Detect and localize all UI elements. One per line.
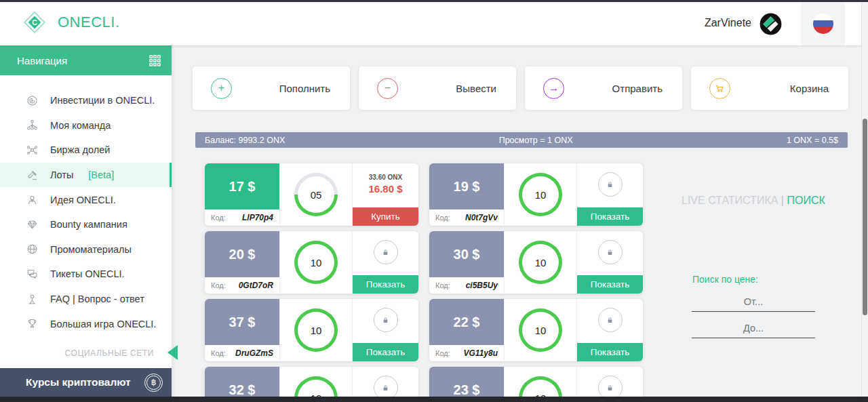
sidebar-item-label: Моя команда xyxy=(50,120,111,131)
lot-progress-section: 10 xyxy=(504,231,577,294)
lot-code-label: Код: xyxy=(435,214,450,222)
lot-count: 05 xyxy=(298,176,334,213)
tab-search[interactable]: ПОИСК xyxy=(787,195,825,206)
sidebar-item-label: FAQ | Вопрос - ответ xyxy=(50,294,144,304)
username: ZarVinete xyxy=(705,17,751,29)
price-from-field xyxy=(692,294,815,312)
brand[interactable]: C ONECLI. xyxy=(20,8,120,37)
sidebar-item-person[interactable]: FAQ | Вопрос - ответ xyxy=(0,287,172,312)
sidebar-item-team[interactable]: Моя команда xyxy=(0,113,172,138)
tab-separator: | xyxy=(781,195,784,206)
lot-code-label: Код: xyxy=(435,281,450,289)
arrow-right-icon: → xyxy=(543,78,564,99)
lot-price-section: 30 $ Код: ci5B5Uy xyxy=(429,231,504,294)
price-search-label: Поиск по цене: xyxy=(692,274,758,285)
sidebar-item-coin[interactable]: Инвестиции в ONECLI. xyxy=(0,88,172,113)
sidebar-item-label: Лоты xyxy=(50,169,73,180)
sidebar-item-gavel[interactable]: Лоты [Beta] xyxy=(0,163,172,188)
social-networks-arrow-icon[interactable] xyxy=(167,345,178,360)
lot-progress-ring: 10 xyxy=(294,241,338,284)
nav-title: Навигация xyxy=(17,55,67,66)
header: C ONECLI. ZarVinete xyxy=(0,2,868,45)
sidebar-item-network[interactable]: Биржа долей xyxy=(0,138,172,163)
trophy-icon xyxy=(25,317,39,331)
lot-code-row: Код: LlP70p4 xyxy=(205,209,279,226)
lot-code-row: Код: N0t7gVv xyxy=(429,209,504,226)
view-rate: Просмотр = 1 ONX xyxy=(499,136,573,145)
lot-count: 10 xyxy=(298,244,334,281)
lot-price-section: 20 $ Код: 0GtD7oR xyxy=(205,231,279,294)
idea-icon xyxy=(25,193,39,207)
action-button-minus[interactable]: − Вывести xyxy=(359,66,516,110)
grid-menu-icon[interactable] xyxy=(149,55,161,66)
action-label: Вывести xyxy=(456,83,496,94)
lot-progress-section: 10 xyxy=(279,231,353,294)
lot-card: 22 $ Код: VG11y8u 10 Показать xyxy=(429,299,643,361)
lot-price-section: 37 $ Код: DruGZmS xyxy=(205,299,279,361)
actions-row: + Пополнить − Вывести → Отправить Корзин… xyxy=(193,66,848,110)
price-to-field xyxy=(692,320,815,338)
lot-progress-ring: 10 xyxy=(519,308,562,352)
russian-flag-icon xyxy=(813,14,833,34)
lot-card: 30 $ Код: ci5B5Uy 10 Показать xyxy=(429,231,643,294)
lot-progress-ring: 10 xyxy=(294,308,338,352)
social-networks-label: СОЦИАЛЬНЫЕ СЕТИ xyxy=(64,348,154,358)
show-button[interactable]: Показать xyxy=(353,275,418,294)
action-button-cart[interactable]: Корзина xyxy=(691,66,848,110)
action-button-arrow-right[interactable]: → Отправить xyxy=(525,66,682,110)
price-to-input[interactable] xyxy=(692,320,815,338)
action-label: Корзина xyxy=(790,83,829,94)
scrollbar[interactable] xyxy=(861,2,868,402)
buy-button[interactable]: Купить xyxy=(353,207,418,226)
lot-price: 37 $ xyxy=(205,299,279,345)
show-button[interactable]: Показать xyxy=(353,343,418,361)
lot-price-section: 22 $ Код: VG11y8u xyxy=(429,299,504,361)
sidebar-item-label: Большая игра ONECLI. xyxy=(50,319,156,329)
sidebar-item-chat[interactable]: Тикеты ONECLI. xyxy=(0,262,172,287)
chat-icon xyxy=(25,267,39,281)
sidebar-item-trophy[interactable]: Большая игра ONECLI. xyxy=(0,311,172,336)
show-button[interactable]: Показать xyxy=(577,275,643,294)
price-from-input[interactable] xyxy=(692,294,815,312)
window-top-strip xyxy=(0,0,868,2)
lot-price: 17 $ xyxy=(205,163,279,209)
action-button-plus[interactable]: + Пополнить xyxy=(193,66,350,110)
crypto-rates-bar[interactable]: Курсы криптовалют ฿ xyxy=(0,368,172,397)
lock-icon xyxy=(598,240,623,264)
sidebar-item-idea[interactable]: Идея ONECLI. xyxy=(0,187,172,212)
lot-progress-ring: 10 xyxy=(519,173,562,216)
lot-code-label: Код: xyxy=(211,214,226,222)
plus-icon: + xyxy=(211,78,232,99)
show-button[interactable]: Показать xyxy=(577,207,643,226)
lot-card: 20 $ Код: 0GtD7oR 10 Показать xyxy=(205,231,418,294)
lot-progress-section: 10 xyxy=(504,163,577,226)
minus-icon: − xyxy=(377,78,398,99)
scrollbar-thumb[interactable] xyxy=(863,119,867,315)
language-selector[interactable] xyxy=(801,2,845,45)
sidebar-menu: Инвестиции в ONECLI. Моя команда Биржа д… xyxy=(0,88,172,336)
person-icon xyxy=(25,292,39,306)
sidebar-item-label: Тикеты ONECLI. xyxy=(50,268,125,279)
sidebar-item-label: Биржа долей xyxy=(50,144,110,155)
lot-progress-section: 10 xyxy=(279,299,353,361)
right-panel-tabs: LIVE СТАТИСТИКА | ПОИСК xyxy=(682,195,825,207)
lot-usd-price: 16.80 $ xyxy=(368,183,402,195)
avatar[interactable] xyxy=(759,12,783,36)
lot-count: 10 xyxy=(522,176,559,213)
sidebar-nav-header: Навигация xyxy=(0,45,172,75)
svg-text:C: C xyxy=(32,18,37,26)
lot-action-section: Показать xyxy=(353,299,418,361)
lot-code-value: VG11y8u xyxy=(464,348,498,358)
crypto-rates-label: Курсы криптовалют xyxy=(26,376,131,388)
show-button[interactable]: Показать xyxy=(577,343,643,361)
lock-icon xyxy=(598,172,623,197)
sidebar-item-label: Инвестиции в ONECLI. xyxy=(50,95,155,106)
lot-code-value: LlP70p4 xyxy=(242,213,273,222)
lot-card: 17 $ Код: LlP70p4 05 33.60 ONX16.80 $Куп… xyxy=(205,163,418,226)
lot-price-section: 19 $ Код: N0t7gVv xyxy=(429,163,504,226)
lot-code-label: Код: xyxy=(211,349,226,357)
tab-live-stats[interactable]: LIVE СТАТИСТИКА xyxy=(682,195,778,206)
lot-count: 10 xyxy=(522,312,559,348)
sidebar-item-diamond[interactable]: Bounty кампания xyxy=(0,212,172,237)
sidebar-item-globe[interactable]: Промоматериалы xyxy=(0,237,172,262)
